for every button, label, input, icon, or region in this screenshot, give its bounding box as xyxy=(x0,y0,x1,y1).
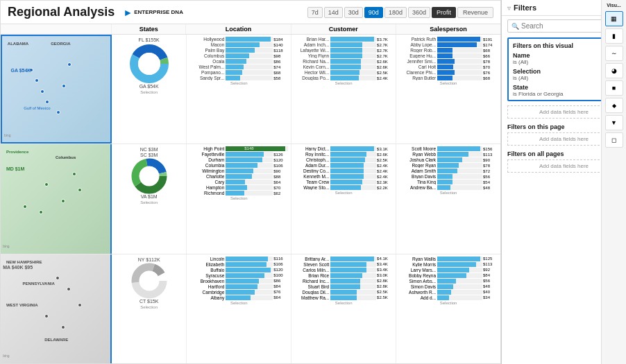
filters-all-pages-label: Filters on all pages xyxy=(507,150,564,157)
dashboard-row-3: NEW HAMPSHIRE PENNSYLVANIA WEST VIRGINIA… xyxy=(1,254,500,363)
right-panels: ▿ Filters 📌 〉 🔍 Filters on this visual …… xyxy=(501,0,626,364)
map-dot xyxy=(67,287,71,291)
map-state-nc: Columbus xyxy=(56,155,76,159)
loc-val: $74 xyxy=(273,65,288,69)
row3-state-ny: NY $112K xyxy=(138,257,160,262)
loc-val: $68 xyxy=(273,71,288,75)
bing-logo: bing xyxy=(4,133,10,137)
map-dot xyxy=(72,172,76,176)
row3-customer: Brittany Ar...$4.1K Steven Scott$3.4K Ca… xyxy=(291,254,396,363)
row2-selection-axis: Selection xyxy=(140,200,158,205)
row1-customer: Brian Har...$3.7K Adam Inch...$2.7K Lafa… xyxy=(291,35,396,144)
visual-icon-table[interactable]: ▦ xyxy=(605,11,623,26)
donut-chart-1 xyxy=(129,44,169,84)
state-filter: State is Florida or Georgia xyxy=(513,84,615,97)
loc-label: Pompano... xyxy=(189,70,226,75)
map-state-md: Providence xyxy=(6,150,28,154)
sales-axis-1: Selection xyxy=(399,81,498,85)
map-dot xyxy=(44,182,49,187)
map-state-wv: WEST VIRGINIA xyxy=(6,303,38,307)
dashboard-rows: ALABAMA GEORGIA Gulf of Mexico bing GA $… xyxy=(1,35,500,363)
loc-label: Sandy Spr... xyxy=(189,76,226,80)
time-btn-30d[interactable]: 30d xyxy=(344,7,363,18)
name-filter: Name is (All) xyxy=(513,52,615,65)
dashboard-row-2: Providence Columbus bing MD $1M NC $3M S… xyxy=(1,144,500,254)
row2-state-nc: NC $3M xyxy=(140,147,158,152)
row1-salesperson: Patrick Ruth$191 Abby Lope...$174 Roger … xyxy=(396,35,500,144)
page-title: Regional Analysis xyxy=(8,5,115,19)
loc-label: West Palm... xyxy=(189,64,226,69)
row2-salesperson: Scott Moore$156 Ryan Webb$113 Joshua Cla… xyxy=(396,144,500,253)
loc-label: Hollywood xyxy=(189,37,226,42)
logo-text: ENTERPRISE ENTERPRISE DNADNA xyxy=(134,9,183,15)
row1-data: FL $155K GA $54K Selection Hol xyxy=(112,35,500,144)
visual-icon-line[interactable]: ∼ xyxy=(605,46,623,61)
loc-axis-2: Selection xyxy=(189,196,288,200)
time-btn-90d[interactable]: 90d xyxy=(364,7,383,18)
map-val-label-2: MD $1M xyxy=(6,166,24,171)
filters-on-visual-label: Filters on this visual xyxy=(513,42,573,49)
map-dot xyxy=(35,78,39,83)
loc-val: $118 xyxy=(273,49,288,53)
map-state-label-ga: GEORGIA xyxy=(51,42,70,46)
row1-state-ga: GA $54K xyxy=(139,84,159,89)
map-panel-1[interactable]: ALABAMA GEORGIA Gulf of Mexico bing GA $… xyxy=(1,35,112,144)
loc-val: $86 xyxy=(273,60,288,64)
map-dot xyxy=(78,303,82,307)
loc-val: $58 xyxy=(273,76,288,80)
visual-icon-pie[interactable]: ◕ xyxy=(605,63,623,78)
bing-logo-2: bing xyxy=(3,244,9,248)
time-btn-14d[interactable]: 14d xyxy=(324,7,343,18)
logo-area: ► ENTERPRISE ENTERPRISE DNADNA xyxy=(123,7,183,18)
time-filters: 7d 14d 30d 90d 180d 360d Profit Revenue xyxy=(307,7,493,18)
map-dot xyxy=(23,205,27,209)
time-btn-360d[interactable]: 360d xyxy=(408,7,430,18)
visual-icon-scatter[interactable]: ◆ xyxy=(605,98,623,113)
map-dot xyxy=(61,199,65,203)
name-filter-value: is (All) xyxy=(513,59,615,65)
row2-state-va: VA $1M xyxy=(141,194,158,199)
visual-icon-card[interactable]: ◻ xyxy=(605,132,623,148)
svg-point-12 xyxy=(139,271,159,291)
col-header-states: States xyxy=(112,24,186,34)
map-dot xyxy=(45,100,49,104)
loc-label: Ocala xyxy=(189,59,226,64)
map-panel-3[interactable]: NEW HAMPSHIRE PENNSYLVANIA WEST VIRGINIA… xyxy=(1,254,112,363)
loc-label: Macon xyxy=(189,42,226,47)
row1-states: FL $155K GA $54K Selection xyxy=(112,35,187,144)
row1-state-fl: FL $155K xyxy=(139,37,160,42)
col-header-location: Location xyxy=(186,24,291,34)
row2-location: High Point$148 Fayetteville$126 Durham$1… xyxy=(187,144,291,253)
revenue-button[interactable]: Revenue xyxy=(457,7,493,18)
visual-icon-bar[interactable]: ▮ xyxy=(605,28,623,44)
selection-filter-label: Selection xyxy=(513,68,615,75)
time-btn-7d[interactable]: 7d xyxy=(307,7,323,18)
filters-title: Filters xyxy=(514,3,608,12)
svg-point-3 xyxy=(138,53,160,75)
visual-panel-title: Visu... xyxy=(607,3,621,8)
time-btn-180d[interactable]: 180d xyxy=(384,7,407,18)
map-dot xyxy=(44,314,49,318)
map-dot xyxy=(39,210,43,214)
selection-filter: Selection is (All) xyxy=(513,68,615,81)
profit-button[interactable]: Profit xyxy=(432,7,456,18)
map-dot xyxy=(56,276,60,280)
bing-logo-3: bing xyxy=(3,354,9,358)
map-state-de: DELAWARE xyxy=(44,338,68,342)
map-panel-2[interactable]: Providence Columbus bing MD $1M xyxy=(1,144,112,253)
svg-point-8 xyxy=(139,166,159,186)
row1-location: Hollywood $184 Macon $140 Palm Bay xyxy=(187,35,291,144)
row3-location: Lincoln$116 Elizabeth$106 Buffalo$120 Sy… xyxy=(187,254,291,363)
map-state-label-al: ALABAMA xyxy=(8,42,28,46)
loc-label: Palm Bay xyxy=(189,48,226,53)
visual-icon-funnel[interactable]: ▼ xyxy=(605,115,623,130)
map-dot xyxy=(67,62,71,67)
map-val-label-1: GA $54K xyxy=(10,68,31,73)
dashboard-row-1: ALABAMA GEORGIA Gulf of Mexico bing GA $… xyxy=(1,35,500,144)
map-water-label: Gulf of Mexico xyxy=(24,106,50,110)
visual-icon-map[interactable]: ■ xyxy=(605,80,623,96)
cust-axis-2: Selection xyxy=(294,191,393,195)
visual-icons-panel: Visu... ▦ ▮ ∼ ◕ ■ ◆ ▼ ◻ xyxy=(601,0,626,364)
row3-data: NY $112K CT $15K Selection Lincoln$116 xyxy=(112,254,500,363)
map-dot xyxy=(40,89,44,94)
